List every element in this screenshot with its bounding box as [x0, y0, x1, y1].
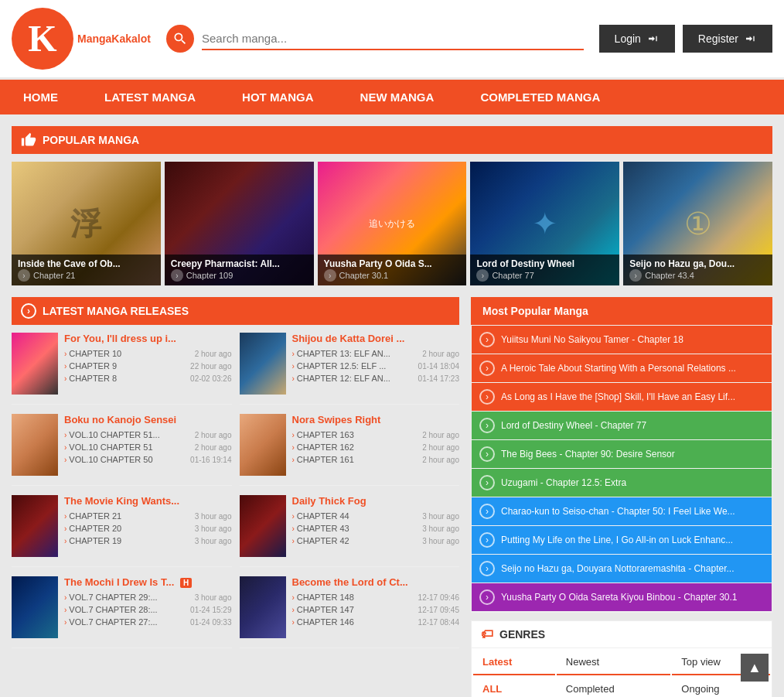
manga-name-4[interactable]: The Mochi I Drew Is T... H	[64, 576, 232, 588]
manga-details-4: The Mochi I Drew Is T... H ›VOL.7 CHAPTE…	[64, 576, 232, 638]
chapter-link-4-1[interactable]: ›VOL.7 CHAPTER 29:...	[64, 593, 158, 602]
manga-thumb-2[interactable]	[12, 414, 58, 476]
pop-item-text-10: Yuusha Party O Oida Sareta Kiyou Binbou …	[501, 592, 764, 603]
search-input[interactable]	[202, 28, 584, 50]
chapter-link-6-2[interactable]: ›CHAPTER 162	[292, 442, 354, 452]
popular-item-4[interactable]: ✦ Lord of Destiny Wheel › Chapter 77	[470, 162, 619, 285]
manga-name-7[interactable]: Daily Thick Fog	[292, 495, 460, 507]
chapter-link-2-2[interactable]: ›VOL.10 CHAPTER 51	[64, 442, 153, 452]
nav-new[interactable]: NEW MANGA	[337, 80, 458, 114]
chapter-link-4-2[interactable]: ›VOL.7 CHAPTER 28:...	[64, 605, 158, 614]
search-area	[166, 25, 584, 53]
manga-name-3[interactable]: The Movie King Wants...	[64, 495, 232, 507]
manga-details-3: The Movie King Wants... ›CHAPTER 21 3 ho…	[64, 495, 232, 557]
chapter-link-7-2[interactable]: ›CHAPTER 43	[292, 524, 349, 533]
manga-thumb-8[interactable]	[240, 576, 286, 638]
popular-list-item-1[interactable]: Yuiitsu Muni No Saikyou Tamer - Chapter …	[472, 326, 772, 354]
chapter-link-8-3[interactable]: ›CHAPTER 146	[292, 617, 354, 627]
genres-row-1: ALL Completed Ongoing	[473, 677, 770, 697]
chapter-link-8-1[interactable]: ›CHAPTER 148	[292, 593, 354, 602]
scroll-to-top[interactable]: ▲	[741, 654, 769, 682]
popular-list-item-3[interactable]: As Long as I Have the [Shop] Skill, I'll…	[472, 383, 772, 412]
popular-list-item-6[interactable]: Uzugami - Chapter 12.5: Extra	[472, 469, 772, 497]
manga-thumb-7[interactable]	[240, 495, 286, 557]
popular-title: POPULAR MANGA	[43, 134, 139, 146]
popular-item-5[interactable]: ① Seijo no Hazu ga, Dou... › Chapter 43.…	[623, 162, 772, 285]
chapter-link-5-1[interactable]: ›CHAPTER 13: ELF AN...	[292, 349, 390, 358]
register-icon	[745, 32, 757, 45]
genres-all-1[interactable]: ALL	[473, 677, 555, 697]
main-nav: HOME LATEST MANGA HOT MANGA NEW MANGA CO…	[0, 80, 784, 114]
time-3-3: 3 hour ago	[195, 537, 232, 545]
manga-name-8[interactable]: Become the Lord of Ct...	[292, 576, 460, 588]
chapter-link-5-2[interactable]: ›CHAPTER 12.5: ELF ...	[292, 361, 387, 371]
chapter-row-4-1: ›VOL.7 CHAPTER 29:... 3 hour ago	[64, 591, 232, 603]
time-8-2: 12-17 09:45	[418, 606, 459, 614]
popular-item-3[interactable]: 追いかける Yuusha Party O Oida S... › Chapter…	[318, 162, 467, 285]
chapter-link-3-1[interactable]: ›CHAPTER 21	[64, 511, 121, 521]
chapter-row-1-3: ›CHAPTER 8 02-02 03:26	[64, 372, 232, 384]
chapter-link-6-1[interactable]: ›CHAPTER 163	[292, 430, 354, 439]
popular-list-item-7[interactable]: Charao-kun to Seiso-chan - Chapter 50: I…	[472, 497, 772, 526]
chapter-link-1-3[interactable]: ›CHAPTER 8	[64, 374, 117, 383]
pop-circle-icon-1	[479, 332, 495, 347]
right-sidebar: Most Popular Manga Yuiitsu Muni No Saiky…	[471, 297, 772, 697]
popular-list-item-10[interactable]: Yuusha Party O Oida Sareta Kiyou Binbou …	[472, 583, 772, 612]
chapter-row-5-3: ›CHAPTER 12: ELF AN... 01-14 17:23	[292, 372, 460, 384]
manga-name-5[interactable]: Shijou de Katta Dorei ...	[292, 333, 460, 344]
manga-name-2[interactable]: Boku no Kanojo Sensei	[64, 414, 232, 425]
nav-hot[interactable]: HOT MANGA	[219, 80, 337, 114]
chapter-link-3-3[interactable]: ›CHAPTER 19	[64, 536, 121, 545]
manga-thumb-1[interactable]	[12, 333, 58, 395]
hot-badge: H	[180, 578, 192, 588]
popular-list-item-5[interactable]: The Big Bees - Chapter 90: Desire Sensor	[472, 440, 772, 469]
pop-circle-icon-2	[479, 360, 495, 376]
chapter-link-7-1[interactable]: ›CHAPTER 44	[292, 511, 349, 521]
manga-name-1[interactable]: For You, I'll dress up i...	[64, 333, 232, 344]
login-button[interactable]: Login	[599, 25, 675, 53]
nav-latest[interactable]: LATEST MANGA	[81, 80, 219, 114]
nav-home[interactable]: HOME	[0, 80, 81, 114]
chapter-link-6-3[interactable]: ›CHAPTER 161	[292, 455, 354, 464]
genres-tab-latest[interactable]: Latest	[473, 650, 555, 675]
chapter-link-8-2[interactable]: ›CHAPTER 147	[292, 605, 354, 614]
genres-tab-newest[interactable]: Newest	[557, 650, 671, 675]
manga-thumb-6[interactable]	[240, 414, 286, 476]
chapter-link-4-3[interactable]: ›VOL.7 CHAPTER 27:...	[64, 617, 158, 627]
popular-item-2[interactable]: Creepy Pharmacist: All... › Chapter 109	[165, 162, 314, 285]
manga-entry-1: For You, I'll dress up i... ›CHAPTER 10 …	[12, 333, 232, 405]
manga-thumb-5[interactable]	[240, 333, 286, 395]
popular-list-item-8[interactable]: Putting My Life on the Line, I Go All-in…	[472, 526, 772, 555]
time-5-1: 2 hour ago	[422, 350, 459, 358]
logo-icon[interactable]: K	[12, 8, 73, 70]
chapter-link-2-3[interactable]: ›VOL.10 CHAPTER 50	[64, 455, 153, 464]
popular-list-item-4[interactable]: Lord of Destiny Wheel - Chapter 77	[472, 412, 772, 440]
popular-list-item-9[interactable]: Seijo no Hazu ga, Douyara Nottoraremashi…	[472, 555, 772, 583]
popular-list-item-2[interactable]: A Heroic Tale About Starting With a Pers…	[472, 354, 772, 383]
time-2-3: 01-16 19:14	[190, 456, 231, 464]
popular-item-info-1: Inside the Cave of Ob... › Chapter 21	[12, 255, 161, 285]
chapter-link-2-1[interactable]: ›VOL.10 CHAPTER 51...	[64, 430, 160, 439]
chapter-link-3-2[interactable]: ›CHAPTER 20	[64, 524, 121, 533]
manga-entry-8: Become the Lord of Ct... ›CHAPTER 148 12…	[240, 576, 460, 648]
auth-buttons: Login Register	[599, 25, 772, 53]
nav-completed[interactable]: COMPLETED MANGA	[457, 80, 623, 114]
manga-thumb-3[interactable]	[12, 495, 58, 557]
genres-tabs-row: Latest Newest Top view	[473, 650, 770, 675]
popular-item-1[interactable]: 浮 Inside the Cave of Ob... › Chapter 21	[12, 162, 161, 285]
chapter-link-5-3[interactable]: ›CHAPTER 12: ELF AN...	[292, 374, 390, 383]
manga-name-6[interactable]: Nora Swipes Right	[292, 414, 460, 425]
manga-thumb-4[interactable]	[12, 576, 58, 638]
time-6-3: 2 hour ago	[422, 456, 459, 464]
chapter-link-7-3[interactable]: ›CHAPTER 42	[292, 536, 349, 545]
search-icon[interactable]	[166, 25, 194, 53]
register-button[interactable]: Register	[683, 25, 772, 53]
genres-completed[interactable]: Completed	[557, 677, 671, 697]
time-4-1: 3 hour ago	[195, 593, 232, 602]
chapter-row-1-1: ›CHAPTER 10 2 hour ago	[64, 347, 232, 360]
chapter-link-1-1[interactable]: ›CHAPTER 10	[64, 349, 121, 358]
popular-item-info-2: Creepy Pharmacist: All... › Chapter 109	[165, 255, 314, 285]
chapter-link-1-2[interactable]: ›CHAPTER 9	[64, 361, 117, 371]
time-1-3: 02-02 03:26	[190, 374, 231, 383]
chapter-row-1-2: ›CHAPTER 9 22 hour ago	[64, 360, 232, 372]
